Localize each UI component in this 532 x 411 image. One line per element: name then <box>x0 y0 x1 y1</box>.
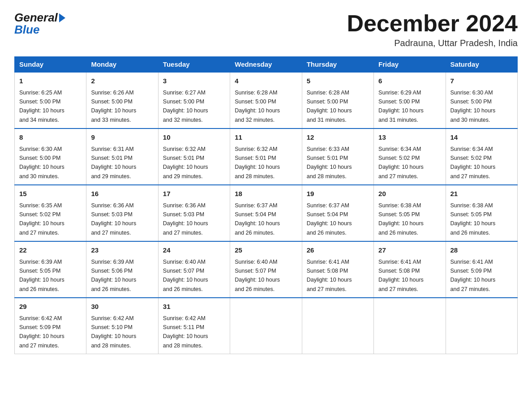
logo: General Blue <box>14 11 65 37</box>
day-info: Sunrise: 6:34 AMSunset: 5:02 PMDaylight:… <box>378 146 424 180</box>
table-row <box>446 298 517 354</box>
table-row <box>230 298 302 354</box>
table-row: 18 Sunrise: 6:37 AMSunset: 5:04 PMDaylig… <box>230 185 302 241</box>
day-info: Sunrise: 6:42 AMSunset: 5:11 PMDaylight:… <box>163 315 208 349</box>
day-info: Sunrise: 6:25 AMSunset: 5:00 PMDaylight:… <box>19 90 64 123</box>
table-row: 28 Sunrise: 6:41 AMSunset: 5:09 PMDaylig… <box>446 241 517 298</box>
day-number: 15 <box>19 189 82 199</box>
header-friday: Friday <box>374 57 446 73</box>
day-number: 11 <box>235 133 297 143</box>
day-info: Sunrise: 6:31 AMSunset: 5:01 PMDaylight:… <box>91 146 136 180</box>
day-info: Sunrise: 6:35 AMSunset: 5:02 PMDaylight:… <box>19 202 64 236</box>
day-info: Sunrise: 6:27 AMSunset: 5:00 PMDaylight:… <box>163 90 208 123</box>
calendar-table: Sunday Monday Tuesday Wednesday Thursday… <box>14 56 518 354</box>
table-row: 21 Sunrise: 6:38 AMSunset: 5:05 PMDaylig… <box>446 185 517 241</box>
logo-text-blue: Blue <box>14 23 39 37</box>
table-row: 20 Sunrise: 6:38 AMSunset: 5:05 PMDaylig… <box>374 185 446 241</box>
day-number: 3 <box>163 76 225 86</box>
table-row: 1 Sunrise: 6:25 AMSunset: 5:00 PMDayligh… <box>15 72 86 128</box>
table-row: 15 Sunrise: 6:35 AMSunset: 5:02 PMDaylig… <box>15 185 86 241</box>
day-number: 4 <box>235 76 297 86</box>
day-info: Sunrise: 6:33 AMSunset: 5:01 PMDaylight:… <box>307 146 352 180</box>
table-row: 3 Sunrise: 6:27 AMSunset: 5:00 PMDayligh… <box>158 72 230 128</box>
page-header: General Blue December 2024 Padrauna, Utt… <box>14 11 518 48</box>
day-number: 30 <box>91 302 153 312</box>
table-row: 24 Sunrise: 6:40 AMSunset: 5:07 PMDaylig… <box>158 241 230 298</box>
header-tuesday: Tuesday <box>158 57 230 73</box>
day-number: 16 <box>91 189 153 199</box>
day-number: 23 <box>91 245 153 256</box>
day-number: 13 <box>378 133 441 143</box>
table-row: 9 Sunrise: 6:31 AMSunset: 5:01 PMDayligh… <box>86 128 158 185</box>
table-row: 2 Sunrise: 6:26 AMSunset: 5:00 PMDayligh… <box>86 72 158 128</box>
day-number: 28 <box>450 245 513 256</box>
day-info: Sunrise: 6:41 AMSunset: 5:08 PMDaylight:… <box>378 259 424 292</box>
table-row: 7 Sunrise: 6:30 AMSunset: 5:00 PMDayligh… <box>446 72 517 128</box>
header-wednesday: Wednesday <box>230 57 302 73</box>
table-row: 14 Sunrise: 6:34 AMSunset: 5:02 PMDaylig… <box>446 128 517 185</box>
table-row: 6 Sunrise: 6:29 AMSunset: 5:00 PMDayligh… <box>374 72 446 128</box>
table-row: 19 Sunrise: 6:37 AMSunset: 5:04 PMDaylig… <box>302 185 373 241</box>
day-number: 21 <box>450 189 513 199</box>
location-subtitle: Padrauna, Uttar Pradesh, India <box>347 38 518 48</box>
day-info: Sunrise: 6:41 AMSunset: 5:08 PMDaylight:… <box>307 259 352 292</box>
logo-arrow-icon <box>59 13 65 22</box>
day-info: Sunrise: 6:40 AMSunset: 5:07 PMDaylight:… <box>235 259 280 292</box>
day-number: 7 <box>450 76 513 86</box>
calendar-week-row: 29 Sunrise: 6:42 AMSunset: 5:09 PMDaylig… <box>15 298 518 354</box>
calendar-week-row: 8 Sunrise: 6:30 AMSunset: 5:00 PMDayligh… <box>15 128 518 185</box>
day-info: Sunrise: 6:30 AMSunset: 5:00 PMDaylight:… <box>450 90 496 123</box>
table-row: 31 Sunrise: 6:42 AMSunset: 5:11 PMDaylig… <box>158 298 230 354</box>
table-row: 27 Sunrise: 6:41 AMSunset: 5:08 PMDaylig… <box>374 241 446 298</box>
table-row: 25 Sunrise: 6:40 AMSunset: 5:07 PMDaylig… <box>230 241 302 298</box>
day-number: 31 <box>163 302 225 312</box>
day-info: Sunrise: 6:38 AMSunset: 5:05 PMDaylight:… <box>450 202 496 236</box>
table-row: 5 Sunrise: 6:28 AMSunset: 5:00 PMDayligh… <box>302 72 373 128</box>
day-info: Sunrise: 6:36 AMSunset: 5:03 PMDaylight:… <box>163 202 208 236</box>
day-number: 20 <box>378 189 441 199</box>
table-row <box>374 298 446 354</box>
day-number: 2 <box>91 76 153 86</box>
table-row: 13 Sunrise: 6:34 AMSunset: 5:02 PMDaylig… <box>374 128 446 185</box>
table-row: 11 Sunrise: 6:32 AMSunset: 5:01 PMDaylig… <box>230 128 302 185</box>
day-number: 19 <box>307 189 369 199</box>
table-row: 16 Sunrise: 6:36 AMSunset: 5:03 PMDaylig… <box>86 185 158 241</box>
day-info: Sunrise: 6:42 AMSunset: 5:10 PMDaylight:… <box>91 315 136 349</box>
day-number: 25 <box>235 245 297 256</box>
day-info: Sunrise: 6:32 AMSunset: 5:01 PMDaylight:… <box>163 146 208 180</box>
month-title: December 2024 <box>347 11 518 36</box>
day-number: 17 <box>163 189 225 199</box>
day-number: 9 <box>91 133 153 143</box>
header-saturday: Saturday <box>446 57 517 73</box>
table-row: 10 Sunrise: 6:32 AMSunset: 5:01 PMDaylig… <box>158 128 230 185</box>
day-info: Sunrise: 6:42 AMSunset: 5:09 PMDaylight:… <box>19 315 64 349</box>
day-number: 10 <box>163 133 225 143</box>
day-number: 18 <box>235 189 297 199</box>
table-row <box>302 298 373 354</box>
day-info: Sunrise: 6:37 AMSunset: 5:04 PMDaylight:… <box>307 202 352 236</box>
header-monday: Monday <box>86 57 158 73</box>
day-number: 24 <box>163 245 225 256</box>
day-info: Sunrise: 6:26 AMSunset: 5:00 PMDaylight:… <box>91 90 136 123</box>
day-number: 1 <box>19 76 82 86</box>
title-block: December 2024 Padrauna, Uttar Pradesh, I… <box>347 11 518 48</box>
calendar-week-row: 15 Sunrise: 6:35 AMSunset: 5:02 PMDaylig… <box>15 185 518 241</box>
table-row: 8 Sunrise: 6:30 AMSunset: 5:00 PMDayligh… <box>15 128 86 185</box>
day-number: 8 <box>19 133 82 143</box>
table-row: 26 Sunrise: 6:41 AMSunset: 5:08 PMDaylig… <box>302 241 373 298</box>
header-thursday: Thursday <box>302 57 373 73</box>
table-row: 17 Sunrise: 6:36 AMSunset: 5:03 PMDaylig… <box>158 185 230 241</box>
day-number: 27 <box>378 245 441 256</box>
day-number: 14 <box>450 133 513 143</box>
table-row: 22 Sunrise: 6:39 AMSunset: 5:05 PMDaylig… <box>15 241 86 298</box>
day-info: Sunrise: 6:40 AMSunset: 5:07 PMDaylight:… <box>163 259 208 292</box>
day-info: Sunrise: 6:30 AMSunset: 5:00 PMDaylight:… <box>19 146 64 180</box>
table-row: 4 Sunrise: 6:28 AMSunset: 5:00 PMDayligh… <box>230 72 302 128</box>
day-info: Sunrise: 6:28 AMSunset: 5:00 PMDaylight:… <box>307 90 352 123</box>
calendar-week-row: 22 Sunrise: 6:39 AMSunset: 5:05 PMDaylig… <box>15 241 518 298</box>
table-row: 23 Sunrise: 6:39 AMSunset: 5:06 PMDaylig… <box>86 241 158 298</box>
day-info: Sunrise: 6:32 AMSunset: 5:01 PMDaylight:… <box>235 146 280 180</box>
header-sunday: Sunday <box>15 57 86 73</box>
day-number: 5 <box>307 76 369 86</box>
day-number: 26 <box>307 245 369 256</box>
